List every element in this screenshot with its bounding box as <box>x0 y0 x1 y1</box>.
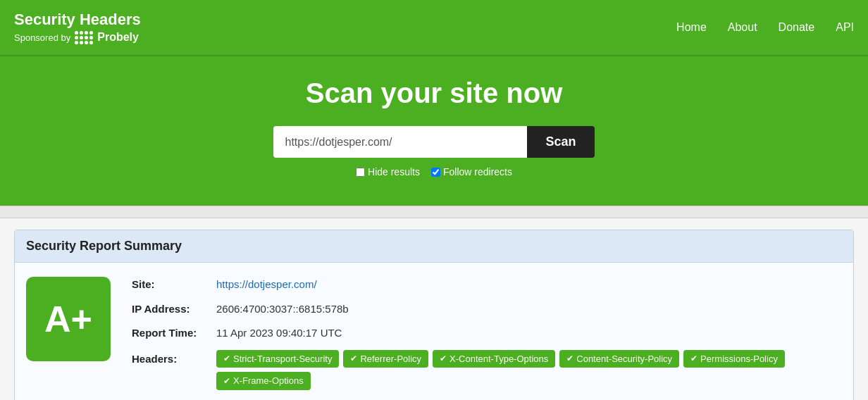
check-icon: ✔ <box>223 352 230 365</box>
ip-value: 2606:4700:3037::6815:578b <box>216 301 349 318</box>
header-tag: ✔ Permissions-Policy <box>683 350 785 368</box>
headers-row: Headers: ✔ Strict-Transport-Security✔ Re… <box>132 350 842 390</box>
report-card-header: Security Report Summary <box>15 230 853 263</box>
header-tag: ✔ Referrer-Policy <box>343 350 428 368</box>
scan-form: Scan <box>14 126 854 158</box>
check-icon: ✔ <box>440 352 447 365</box>
check-icon: ✔ <box>223 375 230 387</box>
scan-button[interactable]: Scan <box>527 126 594 158</box>
report-card: Security Report Summary A+ Site: https:/… <box>14 230 854 400</box>
headers-label: Headers: <box>132 350 216 368</box>
report-details: Site: https://dotjesper.com/ IP Address:… <box>132 277 842 390</box>
header-tag: ✔ X-Frame-Options <box>216 372 311 390</box>
check-icon: ✔ <box>350 352 357 365</box>
scan-input[interactable] <box>273 126 527 158</box>
time-row: Report Time: 11 Apr 2023 09:40:17 UTC <box>132 325 842 342</box>
brand-sponsor: Sponsored by Probely <box>14 31 141 44</box>
follow-redirects-option[interactable]: Follow redirects <box>431 166 512 177</box>
ip-row: IP Address: 2606:4700:3037::6815:578b <box>132 301 842 318</box>
time-label: Report Time: <box>132 325 216 342</box>
grade-badge: A+ <box>26 277 111 361</box>
hero-section: Scan your site now Scan Hide results Fol… <box>0 56 868 206</box>
site-value: https://dotjesper.com/ <box>216 277 317 293</box>
home-link[interactable]: Home <box>676 21 707 34</box>
about-link[interactable]: About <box>728 21 757 34</box>
top-nav: Security Headers Sponsored by Probely Ho… <box>0 0 868 56</box>
time-value: 11 Apr 2023 09:40:17 UTC <box>216 325 342 342</box>
brand: Security Headers Sponsored by Probely <box>14 11 141 44</box>
hide-results-checkbox[interactable] <box>356 168 365 177</box>
check-icon: ✔ <box>690 352 698 365</box>
section-divider <box>0 206 868 218</box>
probely-dots-icon <box>75 31 93 44</box>
ip-label: IP Address: <box>132 301 216 318</box>
nav-links: Home About Donate API <box>676 21 854 34</box>
header-tag: ✔ Strict-Transport-Security <box>216 350 339 368</box>
hide-results-option[interactable]: Hide results <box>356 166 420 177</box>
api-link[interactable]: API <box>836 21 854 34</box>
hero-title: Scan your site now <box>14 77 854 109</box>
report-section: Security Report Summary A+ Site: https:/… <box>0 218 868 400</box>
brand-title: Security Headers <box>14 11 141 29</box>
headers-tags: ✔ Strict-Transport-Security✔ Referrer-Po… <box>216 350 842 390</box>
follow-redirects-checkbox[interactable] <box>431 168 440 177</box>
header-tag: ✔ Content-Security-Policy <box>559 350 679 368</box>
donate-link[interactable]: Donate <box>779 21 815 34</box>
check-icon: ✔ <box>566 352 574 365</box>
scan-options: Hide results Follow redirects <box>14 166 854 177</box>
site-label: Site: <box>132 277 216 293</box>
site-row: Site: https://dotjesper.com/ <box>132 277 842 293</box>
header-tag: ✔ X-Content-Type-Options <box>433 350 555 368</box>
site-link[interactable]: https://dotjesper.com/ <box>216 278 317 290</box>
report-card-body: A+ Site: https://dotjesper.com/ IP Addre… <box>15 263 853 400</box>
